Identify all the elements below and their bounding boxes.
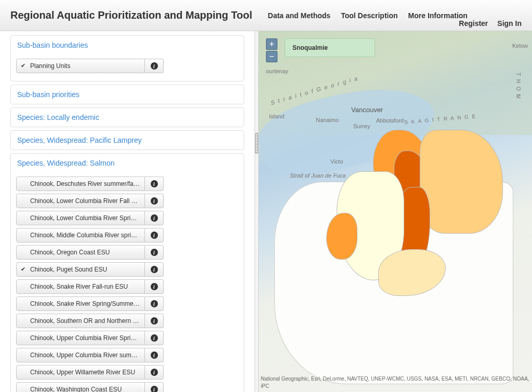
- panel-body-boundaries: Planning Unitsi: [11, 55, 244, 81]
- zoom-out-button[interactable]: −: [266, 51, 277, 62]
- panel-body-salmon: Chinook, Deschutes River summer/fall-run…: [11, 172, 244, 392]
- layer-info-button[interactable]: i: [145, 348, 164, 362]
- info-icon: i: [151, 386, 158, 392]
- panel-priorities: Sub-basin priorities: [10, 85, 244, 104]
- panel-header-priorities[interactable]: Sub-basin priorities: [11, 85, 244, 104]
- panel-header-endemic[interactable]: Species: Locally endemic: [11, 108, 244, 127]
- info-icon: i: [151, 62, 158, 70]
- layer-row: Chinook, Washington Coast ESUi: [16, 382, 238, 392]
- app-header: Regional Aquatic Prioritization and Mapp…: [0, 0, 532, 31]
- layer-row: Chinook, Lower Columbia River Spring ESU…: [16, 211, 238, 225]
- layer-row: Chinook, Lower Columbia River Fall ESUi: [16, 194, 238, 208]
- layer-toggle-button[interactable]: Chinook, Oregon Coast ESU: [16, 245, 145, 260]
- map-attribution: National Geographic, Esri, DeLorme, NAVT…: [261, 375, 530, 390]
- layer-row: Chinook, Southern OR and Northern CA Coa…: [16, 314, 238, 328]
- layer-info-button[interactable]: i: [145, 262, 164, 277]
- layer-info-button[interactable]: i: [145, 245, 164, 260]
- info-icon: i: [151, 317, 158, 325]
- sidebar-splitter[interactable]: [255, 31, 259, 392]
- zoom-in-button[interactable]: +: [266, 38, 277, 50]
- main-container: Sub-basin boundaries Planning Unitsi Sub…: [0, 31, 532, 392]
- panel-header-salmon[interactable]: Species, Widespread: Salmon: [11, 154, 244, 172]
- zoom-controls: + −: [266, 38, 277, 63]
- info-icon: i: [151, 214, 158, 222]
- panel-lamprey: Species, Widespread: Pacific Lamprey: [10, 130, 244, 150]
- info-icon: i: [151, 180, 158, 187]
- layer-toggle-button[interactable]: Chinook, Upper Columbia River summer/fal…: [16, 348, 145, 362]
- info-icon: i: [151, 334, 158, 342]
- panel-header-boundaries[interactable]: Sub-basin boundaries: [11, 36, 244, 55]
- signin-link[interactable]: Sign In: [497, 19, 522, 28]
- layer-toggle-button[interactable]: Chinook, Middle Columbia River spring-ru…: [16, 228, 145, 242]
- info-icon: i: [151, 197, 158, 205]
- panel-salmon: Species, Widespread: Salmon Chinook, Des…: [10, 153, 244, 392]
- splitter-grip-icon[interactable]: [255, 133, 258, 154]
- layer-toggle-button[interactable]: Chinook, Washington Coast ESU: [16, 382, 145, 392]
- info-icon: i: [151, 352, 158, 359]
- layer-info-button[interactable]: i: [145, 331, 164, 345]
- layer-toggle-button[interactable]: Chinook, Snake River Spring/Summer Run E…: [16, 296, 145, 311]
- layer-row: Chinook, Upper Willamette River ESUi: [16, 365, 238, 380]
- layer-toggle-button[interactable]: Chinook, Lower Columbia River Spring ESU: [16, 211, 145, 225]
- layer-info-button[interactable]: i: [145, 314, 164, 328]
- info-icon: i: [151, 300, 158, 307]
- layer-info-button[interactable]: i: [145, 296, 164, 311]
- nav-data-methods[interactable]: Data and Methods: [268, 11, 331, 20]
- nav-tool-description[interactable]: Tool Description: [341, 11, 397, 20]
- layer-toggle-button[interactable]: Chinook, Lower Columbia River Fall ESU: [16, 194, 145, 208]
- layer-row: Chinook, Deschutes River summer/fall-run…: [16, 177, 238, 191]
- layer-toggle-button[interactable]: Chinook, Puget Sound ESU: [16, 262, 145, 277]
- nav-more-information[interactable]: More Information: [408, 11, 468, 20]
- auth-links: Register Sign In: [459, 19, 522, 28]
- layer-info-button[interactable]: i: [145, 228, 164, 242]
- main-nav: Data and Methods Tool Description More I…: [268, 11, 468, 20]
- info-icon: i: [151, 249, 158, 256]
- map-viewport[interactable]: Vancouver Nanaimo Surrey Abbotsford Vict…: [259, 31, 532, 392]
- layer-toggle-button[interactable]: Chinook, Upper Columbia River Spring-run…: [16, 331, 145, 345]
- layer-row: Chinook, Snake River Fall-run ESUi: [16, 279, 238, 294]
- panel-endemic: Species: Locally endemic: [10, 107, 244, 127]
- panel-boundaries: Sub-basin boundaries Planning Unitsi: [10, 35, 244, 82]
- app-title: Regional Aquatic Prioritization and Mapp…: [10, 9, 252, 21]
- layers-sidebar[interactable]: Sub-basin boundaries Planning Unitsi Sub…: [0, 31, 255, 392]
- layer-info-button[interactable]: i: [145, 211, 164, 225]
- layer-info-button[interactable]: i: [145, 59, 164, 73]
- layer-info-button[interactable]: i: [145, 382, 164, 392]
- region-poly: [420, 130, 503, 234]
- layer-info-button[interactable]: i: [145, 194, 164, 208]
- info-icon: i: [151, 232, 158, 239]
- layer-row: Chinook, Puget Sound ESUi: [16, 262, 238, 277]
- map-tooltip: Snoqualmie: [285, 38, 375, 57]
- layer-row: Chinook, Oregon Coast ESUi: [16, 245, 238, 260]
- layer-toggle-button[interactable]: Chinook, Deschutes River summer/fall-run…: [16, 177, 145, 191]
- layer-row: Chinook, Upper Columbia River summer/fal…: [16, 348, 238, 362]
- register-link[interactable]: Register: [459, 19, 488, 28]
- layer-info-button[interactable]: i: [145, 365, 164, 380]
- layer-toggle-button[interactable]: Planning Units: [16, 59, 145, 73]
- layer-toggle-button[interactable]: Chinook, Southern OR and Northern CA Coa…: [16, 314, 145, 328]
- layer-info-button[interactable]: i: [145, 279, 164, 294]
- layer-toggle-button[interactable]: Chinook, Snake River Fall-run ESU: [16, 279, 145, 294]
- info-icon: i: [151, 283, 158, 290]
- layer-toggle-button[interactable]: Chinook, Upper Willamette River ESU: [16, 365, 145, 380]
- panel-header-lamprey[interactable]: Species, Widespread: Pacific Lamprey: [11, 131, 244, 150]
- layer-row: Chinook, Snake River Spring/Summer Run E…: [16, 296, 238, 311]
- layer-info-button[interactable]: i: [145, 177, 164, 191]
- info-icon: i: [151, 266, 158, 273]
- region-poly: [326, 213, 357, 260]
- layer-row: Chinook, Middle Columbia River spring-ru…: [16, 228, 238, 242]
- layer-row: Chinook, Upper Columbia River Spring-run…: [16, 331, 238, 345]
- info-icon: i: [151, 369, 158, 376]
- layer-row: Planning Unitsi: [16, 59, 238, 73]
